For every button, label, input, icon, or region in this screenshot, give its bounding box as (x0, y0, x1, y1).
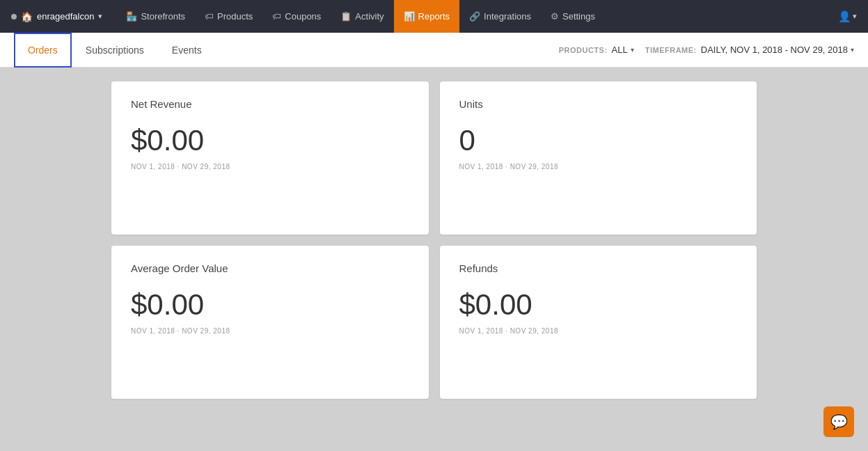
nav-item-reports[interactable]: 📊 Reports (394, 0, 460, 33)
avg-order-date: NOV 1, 2018 · NOV 29, 2018 (131, 327, 409, 335)
storefronts-icon: 🏪 (126, 11, 137, 22)
main-content: Net Revenue $0.00 NOV 1, 2018 · NOV 29, … (0, 68, 868, 450)
support-icon: 💬 (830, 413, 848, 430)
refunds-title: Refunds (459, 262, 738, 274)
cards-grid: Net Revenue $0.00 NOV 1, 2018 · NOV 29, … (111, 81, 757, 399)
nav-label-integrations: Integrations (484, 11, 531, 22)
subnav-tabs: Orders Subscriptions Events (14, 33, 216, 68)
units-title: Units (459, 98, 738, 110)
support-button[interactable]: 💬 (823, 406, 854, 437)
nav-user-menu[interactable]: 👤 ▾ (838, 10, 857, 23)
integrations-icon: 🔗 (469, 11, 480, 22)
timeframe-filter-value[interactable]: DAILY, NOV 1, 2018 - NOV 29, 2018 ▾ (701, 45, 854, 55)
avg-order-title: Average Order Value (131, 262, 409, 274)
activity-icon: 📋 (340, 11, 352, 22)
reports-icon: 📊 (404, 11, 415, 22)
tab-orders[interactable]: Orders (14, 33, 72, 68)
timeframe-caret-icon: ▾ (851, 46, 854, 54)
nav-item-activity[interactable]: 📋 Activity (331, 0, 393, 33)
refunds-date: NOV 1, 2018 · NOV 29, 2018 (459, 327, 738, 335)
net-revenue-date: NOV 1, 2018 · NOV 29, 2018 (131, 163, 409, 171)
nav-item-products[interactable]: 🏷 Products (195, 0, 262, 33)
coupons-icon: 🏷 (272, 11, 281, 22)
timeframe-filter-label: TIMEFRAME: (645, 46, 697, 54)
nav-label-activity: Activity (355, 11, 384, 22)
card-units: Units 0 NOV 1, 2018 · NOV 29, 2018 (440, 81, 757, 235)
card-net-revenue: Net Revenue $0.00 NOV 1, 2018 · NOV 29, … (111, 81, 429, 235)
nav-item-settings[interactable]: ⚙ Settings (541, 0, 605, 33)
units-date: NOV 1, 2018 · NOV 29, 2018 (459, 163, 738, 171)
products-filter-group: PRODUCTS: ALL ▾ (559, 45, 634, 55)
home-icon: 🏠 (21, 11, 33, 22)
navbar: 🏠 enragedfalcon ▾ 🏪 Storefronts 🏷 Produc… (0, 0, 868, 33)
avg-order-value: $0.00 (131, 288, 409, 322)
nav-item-coupons[interactable]: 🏷 Coupons (262, 0, 331, 33)
nav-item-storefronts[interactable]: 🏪 Storefronts (116, 0, 195, 33)
tab-subscriptions[interactable]: Subscriptions (72, 33, 158, 68)
products-icon: 🏷 (205, 11, 214, 22)
products-caret-icon: ▾ (631, 46, 634, 54)
units-value: 0 (459, 124, 738, 157)
subnav-filters: PRODUCTS: ALL ▾ TIMEFRAME: DAILY, NOV 1,… (559, 45, 854, 55)
net-revenue-value: $0.00 (131, 124, 409, 157)
nav-items: 🏪 Storefronts 🏷 Products 🏷 Coupons 📋 Act… (116, 0, 838, 33)
nav-label-storefronts: Storefronts (141, 11, 185, 22)
nav-label-coupons: Coupons (285, 11, 321, 22)
products-filter-label: PRODUCTS: (559, 46, 608, 54)
nav-label-reports: Reports (418, 11, 450, 22)
subnav: Orders Subscriptions Events PRODUCTS: AL… (0, 33, 868, 68)
brand-username: enragedfalcon (37, 11, 94, 22)
brand-logo[interactable]: 🏠 enragedfalcon ▾ (11, 11, 102, 22)
settings-icon: ⚙ (551, 11, 559, 22)
user-caret-icon: ▾ (853, 12, 857, 21)
brand-status-dot (11, 14, 17, 19)
user-icon: 👤 (838, 10, 851, 23)
card-refunds: Refunds $0.00 NOV 1, 2018 · NOV 29, 2018 (440, 246, 757, 399)
net-revenue-title: Net Revenue (131, 98, 409, 110)
nav-label-products: Products (217, 11, 253, 22)
timeframe-filter-group: TIMEFRAME: DAILY, NOV 1, 2018 - NOV 29, … (645, 45, 854, 55)
nav-item-integrations[interactable]: 🔗 Integrations (459, 0, 541, 33)
brand-caret-icon: ▾ (98, 12, 102, 21)
tab-events[interactable]: Events (158, 33, 216, 68)
products-filter-value[interactable]: ALL ▾ (612, 45, 634, 55)
refunds-value: $0.00 (459, 288, 738, 322)
nav-label-settings: Settings (562, 11, 595, 22)
card-average-order-value: Average Order Value $0.00 NOV 1, 2018 · … (111, 246, 429, 399)
